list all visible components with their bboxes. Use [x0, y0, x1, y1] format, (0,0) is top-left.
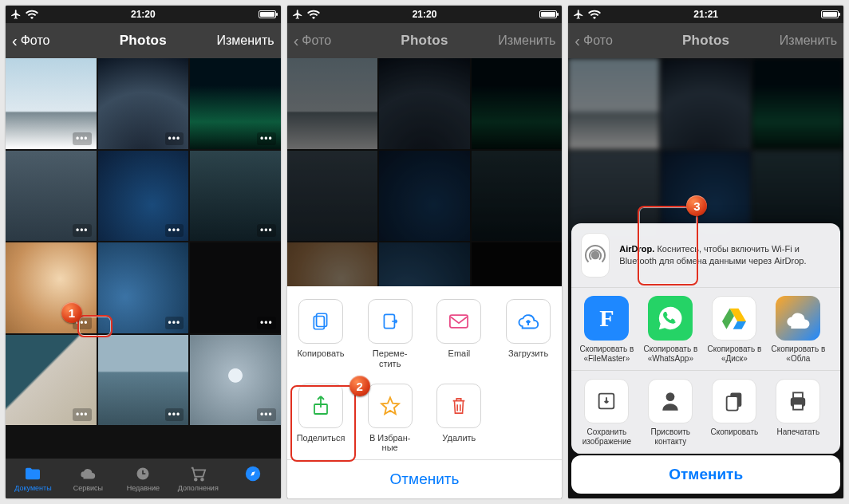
- share-action-save-image[interactable]: Сохранить изображение: [575, 379, 638, 448]
- svg-rect-15: [793, 392, 803, 398]
- svg-point-1: [195, 478, 197, 481]
- battery-icon: [539, 10, 557, 18]
- battery-icon: [821, 10, 839, 18]
- svg-point-11: [666, 392, 675, 401]
- share-content: AirDrop. Коснитесь, чтобы включить Wi-Fi…: [568, 58, 843, 498]
- tab-compass[interactable]: [226, 459, 281, 498]
- tab-services[interactable]: Сервисы: [61, 459, 116, 498]
- photo-grid: ••• ••• ••• ••• ••• ••• ••• ••• ••• ••• …: [6, 58, 281, 459]
- photo-thumb[interactable]: •••: [190, 242, 281, 333]
- svg-rect-13: [727, 396, 738, 411]
- tab-label: Дополнения: [178, 484, 219, 492]
- share-action-assign-contact[interactable]: Присвоить контакту: [638, 379, 702, 448]
- more-icon[interactable]: •••: [165, 317, 184, 329]
- airdrop-row[interactable]: AirDrop. Коснитесь, чтобы включить Wi-Fi…: [571, 223, 840, 288]
- action-label: Присвоить контакту: [638, 427, 702, 448]
- more-icon[interactable]: •••: [73, 132, 92, 145]
- airplane-icon: [292, 9, 303, 20]
- copy-action-icon: [712, 379, 756, 423]
- action-label: Сохранить изображение: [575, 427, 638, 448]
- tab-addons[interactable]: Дополнения: [171, 459, 226, 498]
- photo-thumb[interactable]: •••: [190, 335, 281, 426]
- more-icon[interactable]: •••: [73, 408, 92, 421]
- share-app-filemaster[interactable]: F Скопировать в «FileMaster»: [575, 296, 638, 365]
- wifi-icon: [588, 10, 601, 19]
- more-icon[interactable]: •••: [257, 408, 276, 421]
- action-label: Email: [448, 348, 471, 368]
- action-email[interactable]: Email: [425, 291, 493, 373]
- photo-thumb[interactable]: •••: [98, 242, 189, 333]
- wifi-icon: [26, 10, 38, 19]
- battery-icon: [259, 10, 276, 18]
- photo-thumb[interactable]: •••: [190, 58, 281, 149]
- app-label: Скопировать в «FileMaster»: [575, 345, 638, 365]
- app-label: Скопировать в «Диск»: [702, 345, 766, 365]
- photo-thumb[interactable]: •••: [6, 151, 97, 242]
- status-bar: 21:21: [568, 6, 843, 23]
- cancel-button[interactable]: Отменить: [287, 459, 563, 498]
- tab-label: Сервисы: [73, 484, 103, 492]
- action-label: Напечатать: [776, 427, 822, 448]
- photo-thumb[interactable]: •••: [6, 242, 97, 333]
- photo-thumb[interactable]: •••: [190, 151, 281, 242]
- compass-icon: [244, 465, 262, 482]
- more-icon[interactable]: •••: [165, 408, 184, 421]
- more-icon[interactable]: •••: [257, 224, 276, 237]
- action-label: Загрузить: [508, 348, 548, 368]
- action-upload[interactable]: Загрузить: [495, 291, 563, 373]
- action-share[interactable]: Поделиться: [287, 376, 355, 458]
- more-icon[interactable]: •••: [165, 132, 184, 145]
- tab-bar: Документы Сервисы Недавние Дополнения: [6, 459, 281, 498]
- share-cancel-button[interactable]: Отменить: [571, 455, 840, 494]
- cloud-app-icon: [776, 296, 820, 341]
- action-label: Поделиться: [297, 433, 346, 452]
- email-icon: [448, 313, 470, 329]
- photo-thumb[interactable]: •••: [98, 335, 189, 426]
- tab-documents[interactable]: Документы: [6, 459, 61, 498]
- action-sheet: Копировать Переме- стить Email Загрузить…: [287, 286, 563, 498]
- action-label: Переме- стить: [373, 348, 408, 368]
- airplane-icon: [573, 9, 584, 20]
- airplane-icon: [10, 9, 22, 20]
- save-image-icon: [584, 379, 629, 423]
- copy-icon: [310, 311, 331, 332]
- share-action-print[interactable]: Напечатать: [766, 379, 830, 448]
- tab-label: Документы: [14, 484, 51, 492]
- nav-title: Photos: [287, 33, 563, 49]
- action-favorite[interactable]: В Избран- ные: [356, 376, 424, 458]
- more-icon[interactable]: •••: [73, 317, 92, 329]
- status-time: 21:20: [6, 9, 281, 20]
- clock-icon: [135, 466, 151, 482]
- nav-title: Photos: [568, 33, 843, 49]
- status-bar: 21:20: [6, 6, 281, 23]
- trash-icon: [450, 396, 468, 416]
- airdrop-icon: [581, 233, 610, 278]
- screen-photos-grid: 21:20 ‹ Фото Photos Изменить ••• ••• •••…: [6, 6, 281, 498]
- move-icon: [380, 311, 401, 332]
- share-app-drive[interactable]: Скопировать в «Диск»: [702, 296, 766, 365]
- tab-recent[interactable]: Недавние: [116, 459, 171, 498]
- photo-thumb[interactable]: •••: [98, 151, 189, 242]
- cloud-icon: [79, 467, 97, 481]
- more-icon[interactable]: •••: [257, 132, 276, 145]
- app-label: Скопировать в «WhatsApp»: [638, 345, 702, 365]
- more-icon[interactable]: •••: [257, 317, 276, 329]
- photo-thumb[interactable]: •••: [6, 58, 97, 149]
- share-app-cloud[interactable]: Скопировать в «Обла: [766, 296, 830, 365]
- share-action-copy[interactable]: Скопировать: [702, 379, 766, 448]
- more-icon[interactable]: •••: [165, 224, 184, 237]
- action-move[interactable]: Переме- стить: [356, 291, 424, 373]
- photo-thumb[interactable]: •••: [6, 335, 97, 426]
- share-actions-row: Сохранить изображение Присвоить контакту…: [571, 371, 840, 454]
- share-sheet: AirDrop. Коснитесь, чтобы включить Wi-Fi…: [571, 223, 840, 454]
- share-app-whatsapp[interactable]: Скопировать в «WhatsApp»: [638, 296, 702, 365]
- action-label: В Избран- ные: [369, 433, 411, 453]
- action-delete[interactable]: Удалить: [425, 376, 493, 458]
- action-copy[interactable]: Копировать: [287, 291, 355, 373]
- action-label: Удалить: [442, 433, 476, 452]
- tab-label: Недавние: [127, 484, 160, 492]
- nav-title: Photos: [6, 33, 281, 49]
- more-icon[interactable]: •••: [73, 224, 92, 237]
- svg-rect-16: [793, 404, 803, 410]
- photo-thumb[interactable]: •••: [98, 58, 189, 149]
